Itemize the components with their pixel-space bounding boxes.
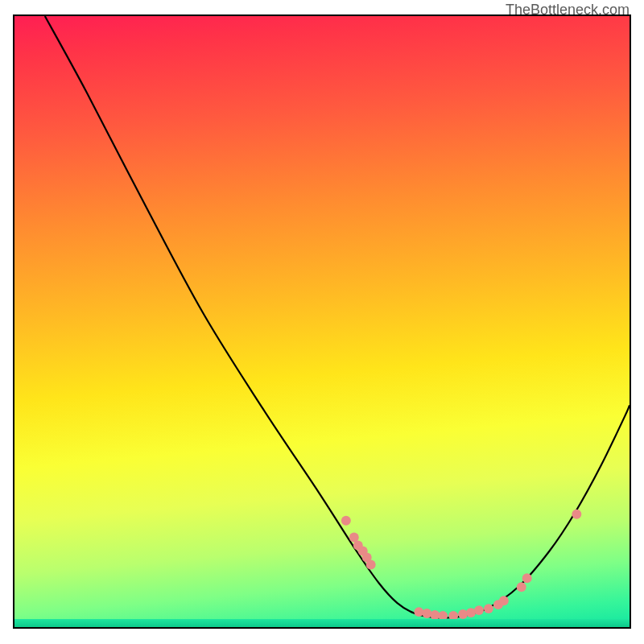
plot-area <box>13 14 631 629</box>
data-point <box>458 609 468 619</box>
main-curve <box>45 16 630 618</box>
data-point <box>430 610 440 620</box>
data-point <box>341 516 351 526</box>
data-point <box>466 608 476 617</box>
data-point <box>474 605 484 615</box>
data-point <box>414 607 423 617</box>
data-point <box>484 604 493 613</box>
data-point <box>572 510 581 519</box>
curve-layer <box>14 16 630 627</box>
chart-frame: TheBottleneck.com <box>0 0 644 644</box>
data-point <box>438 611 448 621</box>
data-point <box>358 547 368 556</box>
marker-group <box>341 510 581 621</box>
data-point <box>493 600 503 609</box>
data-point <box>362 552 372 562</box>
data-point <box>499 596 509 605</box>
data-point <box>353 541 363 551</box>
data-point <box>349 533 359 543</box>
data-point <box>517 582 526 592</box>
data-point <box>422 609 431 618</box>
data-point <box>448 611 458 621</box>
data-point <box>366 559 376 569</box>
data-point <box>522 573 532 583</box>
